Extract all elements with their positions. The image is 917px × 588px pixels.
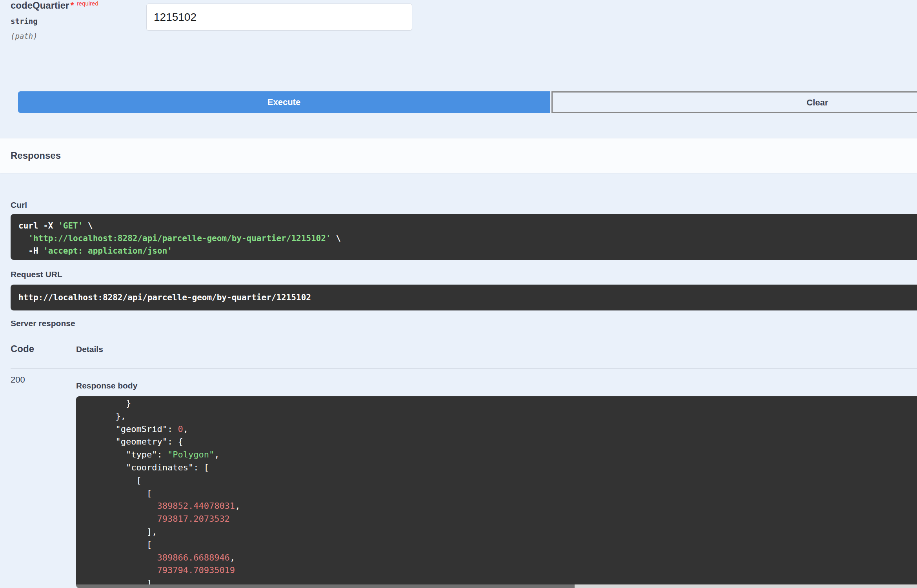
curl-code-block: curl -X 'GET' \ 'http://localhost:8282/a…	[11, 214, 917, 260]
responses-title: Responses	[11, 150, 61, 161]
curl-label: Curl	[11, 200, 27, 210]
response-table-code-header: Code	[11, 343, 34, 354]
code-line: [	[84, 474, 917, 487]
server-response-label: Server response	[11, 319, 75, 328]
execute-button[interactable]: Execute	[18, 91, 550, 113]
response-table-divider	[11, 368, 917, 368]
required-label: required	[77, 0, 98, 7]
parameter-type: string	[11, 17, 38, 25]
responses-section-header: Responses	[0, 138, 917, 173]
request-url-block: http://localhost:8282/api/parcelle-geom/…	[11, 285, 917, 310]
parameter-value-input[interactable]	[146, 4, 412, 31]
clear-button[interactable]: Clear	[551, 91, 917, 113]
request-url-label: Request URL	[11, 270, 62, 279]
horizontal-scrollbar-track[interactable]	[76, 584, 917, 588]
code-line: }	[84, 397, 917, 410]
code-line: "geometry": {	[84, 436, 917, 448]
parameter-location: (path)	[11, 32, 38, 40]
parameter-name-text: codeQuartier	[11, 0, 69, 11]
code-line: -H 'accept: application/json'	[18, 245, 917, 257]
code-line: 'http://localhost:8282/api/parcelle-geom…	[18, 232, 917, 245]
code-line: "type": "Polygon",	[84, 448, 917, 461]
parameter-name: codeQuartier*required	[11, 0, 98, 11]
code-line: "geomSrid": 0,	[84, 423, 917, 436]
code-line: },	[84, 410, 917, 423]
response-body-block: } }, "geomSrid": 0, "geometry": { "type"…	[76, 396, 917, 588]
code-line: curl -X 'GET' \	[18, 220, 917, 232]
code-line: "coordinates": [	[84, 461, 917, 474]
horizontal-scrollbar-thumb[interactable]	[76, 584, 575, 588]
response-body-label: Response body	[76, 381, 137, 390]
code-line: 389852.44078031,	[84, 500, 917, 513]
response-table-details-header: Details	[76, 345, 103, 354]
required-asterisk: *	[70, 0, 74, 11]
code-line: 389866.6688946,	[84, 552, 917, 564]
code-line: [	[84, 539, 917, 552]
request-url-value: http://localhost:8282/api/parcelle-geom/…	[18, 293, 311, 302]
status-code: 200	[11, 375, 25, 385]
code-line: ],	[84, 526, 917, 539]
code-line: 793794.70935019	[84, 564, 917, 577]
code-line: 793817.2073532	[84, 513, 917, 526]
code-line: [	[84, 487, 917, 500]
